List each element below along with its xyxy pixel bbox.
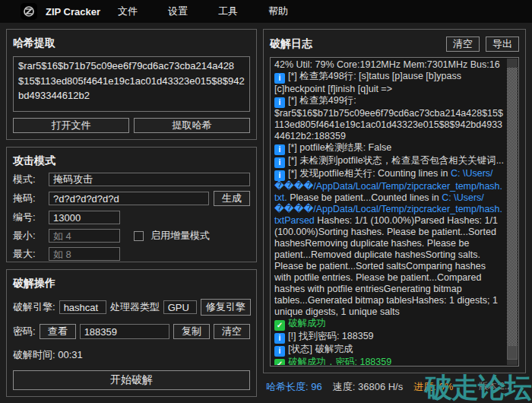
processor-type-label: 处理器类型 [110, 300, 160, 314]
info-icon: i [274, 170, 285, 181]
start-crack-button[interactable]: 开始破解 [13, 370, 250, 390]
hash-length-label: 哈希长度: [266, 381, 309, 392]
clear-password-button[interactable]: 清空 [214, 324, 250, 339]
repair-engine-button[interactable]: 修复引擎 [201, 299, 251, 316]
crack-operations-group: 破解操作 破解引擎: 处理器类型 修复引擎 密码: 查看 复制 清空 破解时间: [6, 269, 257, 397]
log-header: 破解日志 清空 导出 [270, 36, 519, 52]
generate-mask-button[interactable]: 生成 [214, 191, 250, 206]
hash-extraction-group: 哈希提取 $rar5$16$b71b75c09ee6f79cd6ac73cba2… [6, 29, 257, 140]
version-label: 版本:2.2 [479, 380, 512, 393]
processor-type-select[interactable] [163, 300, 197, 314]
log-line: ✓破解成功，密码: 188359 [274, 357, 505, 365]
hash-extraction-title: 哈希提取 [13, 36, 250, 50]
log-text-segment: 破解成功 [288, 318, 326, 328]
log-text-segment: [*] 未检测到potfile状态，检查是否包含相关关键词... [288, 155, 504, 166]
log-line: i[状态] 破解完成 [274, 344, 505, 357]
log-text-segment: Please be patient...Counted lines in [287, 192, 442, 203]
app-window: ZIP Cracker 文件 设置 工具 帮助 哈希提取 $rar5$16$b7… [0, 0, 532, 403]
engine-select[interactable] [59, 300, 106, 314]
scroll-down-button[interactable] [507, 360, 518, 365]
menu-tools[interactable]: 工具 [218, 5, 238, 18]
incremental-mode-checkbox[interactable] [134, 231, 144, 241]
max-length-input[interactable] [49, 247, 120, 261]
log-text-segment: [*] 检查第499行: $rar5$16$b71b75c09ee6f79cd6… [274, 95, 503, 141]
progress-status: 进度: 0% [413, 380, 453, 394]
log-text-segment: [*] 发现potfile相关行: Counting lines in [288, 168, 451, 179]
log-text-segment: [!] 找到密码: 188359 [288, 331, 374, 341]
scrollbar-track[interactable] [507, 68, 518, 345]
view-password-button[interactable]: 查看 [40, 324, 76, 339]
password-row: 密码: 查看 复制 清空 [13, 324, 250, 339]
engine-label: 破解引擎: [13, 300, 55, 314]
log-line: 42% Util: 79% Core:1912MHz Mem:7301MHz B… [274, 59, 505, 71]
id-row: 编号: [13, 211, 250, 224]
left-column: 哈希提取 $rar5$16$b71b75c09ee6f79cd6ac73cba2… [6, 29, 257, 397]
info-icon: i [274, 157, 285, 168]
crack-log-group: 破解日志 清空 导出 42% Util: 79% Core:1912MHz Me… [263, 29, 526, 373]
log-line: ✓破解成功 [274, 318, 505, 331]
incremental-mode-label: 启用增量模式 [150, 229, 210, 243]
log-line: i[*] 发现potfile相关行: Counting lines in C: … [274, 168, 505, 318]
menu-help[interactable]: 帮助 [268, 5, 288, 18]
crack-log-title: 破解日志 [270, 37, 446, 51]
log-content: 42% Util: 79% Core:1912MHz Mem:7301MHz B… [271, 59, 506, 365]
min-length-input[interactable] [49, 229, 120, 243]
password-label: 密码: [13, 325, 36, 338]
success-check-icon: ✓ [274, 359, 285, 365]
log-text-segment: [*] 检查第498行: [s]tatus [p]ause [b]ypass [… [274, 71, 461, 94]
info-icon: i [274, 346, 285, 357]
engine-row: 破解引擎: 处理器类型 修复引擎 [13, 299, 250, 316]
progress-label: 进度: [413, 381, 436, 392]
max-label: 最大: [13, 247, 44, 261]
hash-buttons-row: 打开文件 提取哈希 [13, 118, 250, 133]
log-scrollbar[interactable] [507, 59, 518, 365]
title-bar: ZIP Cracker 文件 设置 工具 帮助 [0, 0, 532, 23]
log-text-segment: 42% Util: 79% Core:1912MHz Mem:7301MHz B… [274, 59, 500, 70]
log-viewport[interactable]: 42% Util: 79% Core:1912MHz Mem:7301MHz B… [270, 57, 519, 367]
min-label: 最小: [13, 229, 44, 243]
log-line: i[*] potfile检测结果: False [274, 142, 505, 155]
id-label: 编号: [13, 211, 44, 224]
copy-password-button[interactable]: 复制 [173, 324, 210, 339]
attack-mode-title: 攻击模式 [13, 154, 250, 168]
app-title: ZIP Cracker [46, 6, 100, 17]
mask-input[interactable] [49, 192, 209, 205]
mask-label: 掩码: [13, 192, 44, 205]
max-row: 最大: [13, 247, 250, 261]
info-icon: i [274, 333, 285, 344]
speed-status: 速度: 36806 H/s [333, 380, 404, 394]
password-field[interactable] [80, 324, 169, 339]
crack-operations-title: 破解操作 [13, 277, 250, 290]
info-icon: i [274, 73, 285, 84]
mode-label: 模式: [13, 173, 44, 186]
log-line: i[!] 找到密码: 188359 [274, 331, 505, 344]
min-row: 最小: 启用增量模式 [13, 229, 250, 243]
progress-value: 0% [439, 381, 453, 392]
crack-time-label: 破解时间: [13, 349, 55, 360]
main-area: 哈希提取 $rar5$16$b71b75c09ee6f79cd6ac73cba2… [0, 23, 532, 403]
attack-mode-group: 攻击模式 模式: 掩码: 生成 编号: 最小: [6, 147, 257, 262]
scroll-up-button[interactable] [507, 59, 518, 68]
menu-file[interactable]: 文件 [118, 5, 138, 18]
hash-length-status: 哈希长度: 96 [266, 380, 322, 394]
hash-length-value: 96 [311, 381, 321, 392]
extract-hash-button[interactable]: 提取哈希 [134, 118, 250, 133]
status-bar: 哈希长度: 96 速度: 36806 H/s 进度: 0% 版本:2.2 [263, 376, 526, 397]
open-file-button[interactable]: 打开文件 [13, 118, 129, 133]
menu-settings[interactable]: 设置 [168, 5, 188, 18]
success-check-icon: ✓ [274, 320, 285, 331]
log-text-segment: 破解成功，密码: 188359 [288, 357, 391, 365]
log-line: i[*] 检查第498行: [s]tatus [p]ause [b]ypass … [274, 71, 505, 95]
mode-row: 模式: [13, 173, 250, 186]
speed-value: 36806 H/s [358, 381, 403, 392]
mode-select[interactable] [49, 173, 250, 186]
hash-textarea[interactable]: $rar5$16$b71b75c09ee6f79cd6ac73cba214a42… [13, 56, 250, 112]
log-line: i[*] 检查第499行: $rar5$16$b71b75c09ee6f79cd… [274, 95, 505, 142]
hash-mode-id-input[interactable] [49, 211, 120, 224]
app-logo-icon [21, 3, 37, 20]
export-log-button[interactable]: 导出 [486, 36, 519, 52]
clear-log-button[interactable]: 清空 [446, 36, 480, 52]
scrollbar-thumb[interactable] [507, 345, 518, 360]
right-column: 破解日志 清空 导出 42% Util: 79% Core:1912MHz Me… [263, 29, 526, 397]
info-icon: i [274, 144, 285, 155]
